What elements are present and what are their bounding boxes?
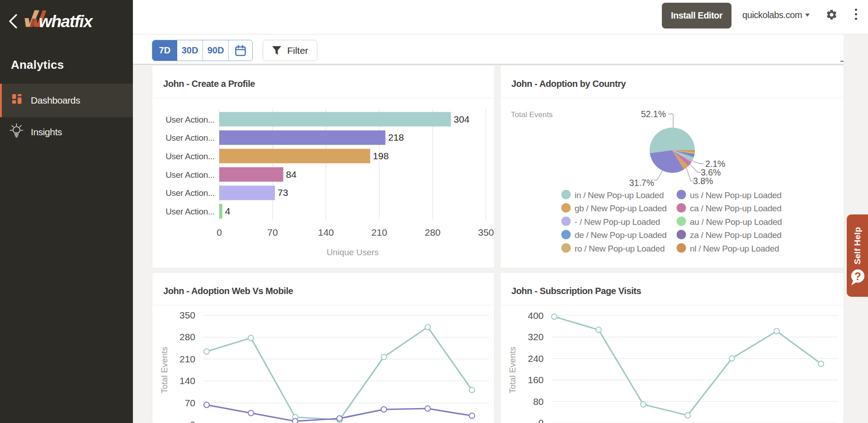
svg-text:in / New Pop-up Loaded: in / New Pop-up Loaded	[575, 190, 664, 200]
svg-text:70: 70	[267, 227, 278, 238]
svg-text:240: 240	[528, 353, 543, 364]
svg-text:31.7%: 31.7%	[629, 178, 654, 188]
svg-text:au / New Pop-up Loaded: au / New Pop-up Loaded	[690, 217, 782, 227]
svg-text:84: 84	[286, 169, 297, 180]
svg-text:70: 70	[185, 398, 195, 408]
svg-text:Unique Users: Unique Users	[326, 247, 378, 257]
svg-text:400: 400	[528, 310, 543, 321]
svg-text:4: 4	[225, 206, 231, 216]
svg-text:de / New Pop-up Loaded: de / New Pop-up Loaded	[575, 230, 667, 240]
svg-text:User Action...: User Action...	[165, 133, 215, 143]
svg-text:nl / New Pop-up Loaded: nl / New Pop-up Loaded	[690, 244, 779, 253]
svg-text:350: 350	[179, 310, 195, 320]
svg-text:gb / New Pop-up Loaded: gb / New Pop-up Loaded	[575, 204, 667, 213]
svg-text:- / New Pop-up Loaded: - / New Pop-up Loaded	[575, 217, 660, 227]
svg-text:0: 0	[217, 227, 222, 238]
svg-text:Total Events: Total Events	[511, 110, 553, 119]
svg-text:304: 304	[454, 114, 470, 124]
svg-text:52.1%: 52.1%	[641, 109, 666, 119]
svg-text:Total Events: Total Events	[160, 347, 169, 394]
svg-text:za / New Pop-up Loaded: za / New Pop-up Loaded	[690, 230, 782, 240]
svg-text:198: 198	[373, 151, 389, 161]
svg-text:80: 80	[533, 396, 543, 407]
svg-text:User Action...: User Action...	[165, 207, 215, 216]
svg-text:140: 140	[179, 375, 195, 386]
svg-text:0: 0	[538, 418, 544, 423]
svg-text:280: 280	[179, 332, 195, 342]
svg-text:218: 218	[388, 132, 404, 143]
svg-text:User Action...: User Action...	[165, 188, 215, 198]
svg-text:?: ?	[854, 270, 861, 282]
svg-text:210: 210	[179, 354, 195, 364]
svg-text:User Action...: User Action...	[165, 152, 215, 161]
svg-text:User Action...: User Action...	[165, 115, 215, 124]
svg-text:160: 160	[528, 375, 543, 385]
svg-text:320: 320	[528, 332, 543, 342]
svg-text:73: 73	[278, 187, 288, 198]
svg-text:0: 0	[190, 419, 195, 423]
svg-text:Total Events: Total Events	[508, 347, 517, 394]
svg-text:140: 140	[318, 227, 334, 238]
svg-text:210: 210	[371, 227, 387, 238]
svg-text:us / New Pop-up Loaded: us / New Pop-up Loaded	[690, 190, 782, 200]
svg-text:User Action...: User Action...	[165, 170, 215, 180]
svg-text:ro / New Pop-up Loaded: ro / New Pop-up Loaded	[575, 244, 665, 253]
svg-text:ca / New Pop-up Loaded: ca / New Pop-up Loaded	[690, 204, 782, 213]
svg-text:whatfix: whatfix	[39, 12, 93, 31]
svg-text:350: 350	[478, 227, 494, 238]
svg-text:3.8%: 3.8%	[693, 176, 713, 186]
svg-text:280: 280	[425, 227, 440, 238]
